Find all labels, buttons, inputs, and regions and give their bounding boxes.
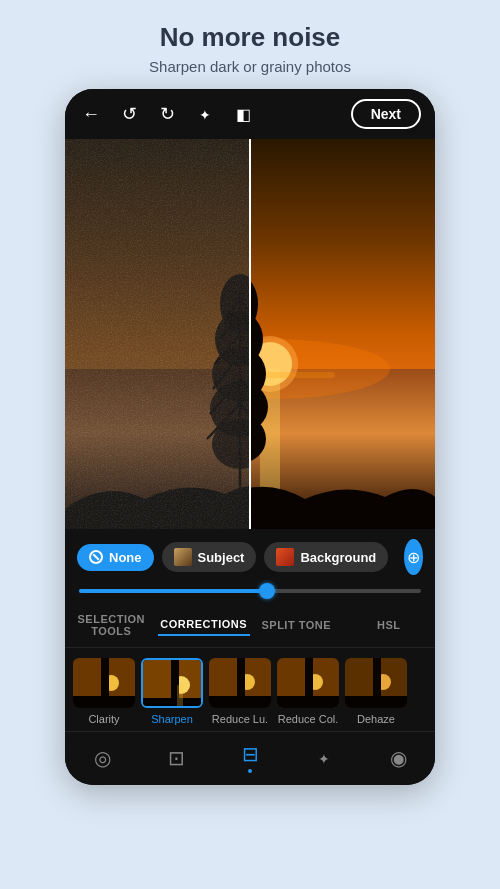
undo-icon[interactable]: [117, 103, 141, 125]
radial-icon: [94, 746, 111, 770]
nav-heal[interactable]: [287, 746, 361, 769]
redo-icon[interactable]: [155, 103, 179, 125]
tab-selection-tools[interactable]: SELECTION TOOLS: [65, 609, 158, 641]
background-label: Background: [300, 550, 376, 565]
thumb-clarity-img: [73, 658, 135, 708]
thumb-sharpen[interactable]: Sharpen: [141, 658, 203, 725]
bottom-nav: [65, 731, 435, 785]
svg-rect-42: [277, 696, 339, 708]
eye-icon: [390, 746, 407, 770]
nav-sliders[interactable]: [213, 742, 287, 773]
thumb-dehaze[interactable]: Dehaze: [345, 658, 407, 725]
crop-icon: [168, 746, 185, 770]
subject-button[interactable]: Subject: [162, 542, 257, 572]
thumb-dehaze-label: Dehaze: [357, 713, 395, 725]
none-button[interactable]: None: [77, 544, 154, 571]
subject-label: Subject: [198, 550, 245, 565]
thumb-sharpen-img: [141, 658, 203, 708]
slider-thumb[interactable]: [259, 583, 275, 599]
background-icon: [276, 548, 294, 566]
tab-corrections[interactable]: CORRECTIONS: [158, 614, 251, 636]
thumb-reduce-lu-img: [209, 658, 271, 708]
slider-track[interactable]: [79, 589, 421, 593]
slider-fill: [79, 589, 267, 593]
nav-eye[interactable]: [361, 746, 435, 770]
slider-section: [65, 585, 435, 601]
thumb-reduce-col[interactable]: Reduce Col.: [277, 658, 339, 725]
none-label: None: [109, 550, 142, 565]
nav-crop[interactable]: [139, 746, 213, 770]
heal-icon: [318, 746, 330, 769]
svg-rect-10: [65, 139, 250, 529]
tabs-bar: SELECTION TOOLS CORRECTIONS SPLIT TONE H…: [65, 601, 435, 648]
none-icon: [89, 550, 103, 564]
thumbnails-row: Clarity Sharpen: [65, 648, 435, 731]
photo-before: [65, 139, 250, 529]
page-subtitle: Sharpen dark or grainy photos: [149, 58, 351, 75]
thumb-reduce-lu-label: Reduce Lu.: [212, 713, 268, 725]
svg-rect-33: [143, 698, 203, 708]
background-button[interactable]: Background: [264, 542, 388, 572]
compare-icon[interactable]: [231, 104, 255, 125]
photo-area: [65, 139, 435, 529]
thumb-sharpen-label: Sharpen: [151, 713, 193, 725]
next-button[interactable]: Next: [351, 99, 421, 129]
svg-rect-34: [177, 685, 183, 708]
thumb-reduce-col-img: [277, 658, 339, 708]
mask-toolbar: None Subject Background: [65, 529, 435, 585]
phone-frame: Next: [65, 89, 435, 785]
thumb-clarity[interactable]: Clarity: [73, 658, 135, 725]
nav-radial[interactable]: [65, 746, 139, 770]
svg-rect-46: [345, 696, 407, 708]
thumb-clarity-label: Clarity: [88, 713, 119, 725]
header-section: No more noise Sharpen dark or grainy pho…: [129, 0, 371, 89]
top-bar: Next: [65, 89, 435, 139]
tab-hsl[interactable]: HSL: [343, 615, 436, 635]
thumb-reduce-lu[interactable]: Reduce Lu.: [209, 658, 271, 725]
stack-button[interactable]: [404, 539, 423, 575]
tab-split-tone[interactable]: SPLIT TONE: [250, 615, 343, 635]
thumb-dehaze-img: [345, 658, 407, 708]
magic-icon[interactable]: [193, 104, 217, 125]
svg-rect-38: [209, 696, 271, 708]
split-line: [249, 139, 251, 529]
thumb-reduce-col-label: Reduce Col.: [278, 713, 339, 725]
page-title: No more noise: [149, 22, 351, 53]
photo-after: [250, 139, 435, 529]
subject-icon: [174, 548, 192, 566]
back-icon[interactable]: [79, 104, 103, 125]
sliders-icon: [242, 742, 259, 766]
nav-active-indicator: [248, 769, 252, 773]
stack-icon: [407, 548, 420, 567]
svg-rect-28: [73, 696, 135, 708]
